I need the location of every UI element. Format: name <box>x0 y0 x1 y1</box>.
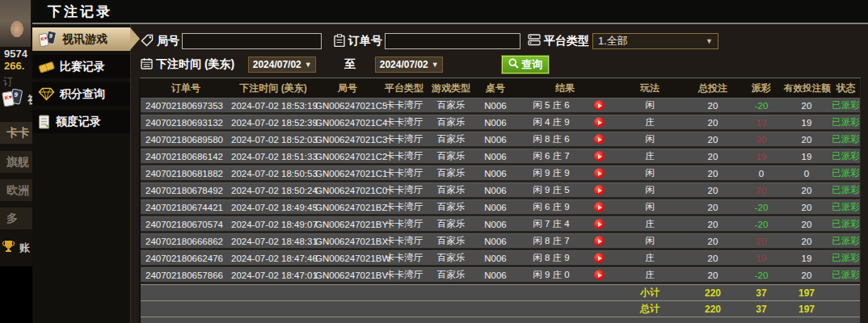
cell-table-no: N006 <box>474 169 517 178</box>
cell-round-no: GN006247021C1 <box>315 169 380 178</box>
cell-play-type: 庄 <box>613 116 687 128</box>
replay-play-icon[interactable] <box>594 270 605 280</box>
cell-total-bet: 20 <box>687 169 739 178</box>
sidebar-item-points-query[interactable]: 积分查询 <box>32 82 130 106</box>
search-button-label: 查询 <box>521 57 542 72</box>
tag-icon <box>141 34 154 49</box>
sidebar-item-credit-records[interactable]: 额度记录 <box>32 110 130 133</box>
col-header-round: 局号 <box>315 82 380 95</box>
cell-result: 闲 8 庄 6 <box>517 133 585 145</box>
round-no-input[interactable] <box>182 33 322 49</box>
replay-play-icon[interactable] <box>594 117 605 128</box>
cell-round-no: GN006247021C0 <box>315 186 380 195</box>
cell-total-bet: 20 <box>687 220 739 229</box>
search-button[interactable]: 查询 <box>502 56 549 73</box>
cell-order-no: 240702180662476 <box>141 254 231 263</box>
cell-payout: 20 <box>739 237 784 246</box>
cell-valid-bet: 20 <box>784 203 829 212</box>
cell-status: 已派彩 <box>829 235 862 247</box>
col-header-valid: 有效投注额 <box>784 82 829 94</box>
col-header-time: 下注时间 (美东) <box>231 82 315 95</box>
cell-table-no: N006 <box>474 135 517 145</box>
total-label: 总计 <box>613 302 687 316</box>
chevron-down-icon: ▼ <box>305 61 312 69</box>
document-icon <box>38 115 51 129</box>
subtotal-row: 小计 220 37 197 <box>141 284 860 300</box>
cell-round-no: GN006247021C3 <box>315 135 380 145</box>
replay-play-icon[interactable] <box>594 202 605 212</box>
col-header-game: 游戏类型 <box>428 82 474 95</box>
platform-type-label-group: 平台类型 <box>528 34 589 48</box>
diamond-icon <box>38 87 55 101</box>
cell-valid-bet: 20 <box>784 220 829 229</box>
sidebar-item-video-games[interactable]: 9 K♥ 视讯游戏 <box>32 27 130 51</box>
cell-valid-bet: 20 <box>784 101 829 111</box>
replay-play-icon[interactable] <box>594 236 605 246</box>
cell-valid-bet: 20 <box>784 237 829 246</box>
cell-status: 已派彩 <box>829 150 862 162</box>
cell-order-no: 240702180678492 <box>141 186 231 195</box>
sidebar-item-label: 比赛记录 <box>60 60 105 74</box>
clipboard-icon <box>334 34 345 49</box>
cell-table-no: N006 <box>474 254 517 263</box>
panel-titlebar: 下注记录 <box>32 0 868 24</box>
cell-total-bet: 20 <box>687 118 739 128</box>
cell-play-type: 庄 <box>613 150 687 162</box>
cell-valid-bet: 19 <box>784 152 829 162</box>
cell-table-no: N006 <box>474 271 517 280</box>
bet-records-panel: 下注记录 9 K♥ 视讯游戏 <box>32 0 868 323</box>
cell-game-type: 百家乐 <box>428 133 474 145</box>
replay-play-icon[interactable] <box>594 134 605 145</box>
cell-result: 闲 9 庄 9 <box>517 167 585 179</box>
cell-bet-time: 2024-07-02 18:48:31 <box>231 237 315 246</box>
cell-valid-bet: 20 <box>784 271 829 280</box>
chevron-down-icon: ▼ <box>432 61 439 69</box>
cell-game-type: 百家乐 <box>428 116 474 128</box>
cell-status: 已派彩 <box>829 201 862 213</box>
cell-bet-time: 2024-07-02 18:53:19 <box>231 101 315 111</box>
cell-status: 已派彩 <box>829 116 862 128</box>
cell-bet-time: 2024-07-02 18:50:24 <box>231 186 315 195</box>
cell-game-type: 百家乐 <box>428 184 474 196</box>
platform-type-select[interactable]: 1.全部 ▼ <box>592 33 718 49</box>
cell-bet-time: 2024-07-02 18:47:01 <box>231 271 315 280</box>
sidebar-item-label: 额度记录 <box>56 115 101 129</box>
replay-play-icon[interactable] <box>594 151 605 162</box>
cell-platform: 卡卡湾厅 <box>380 99 428 111</box>
background-void <box>0 266 32 323</box>
cell-round-no: GN006247021BZ <box>315 203 380 212</box>
cell-game-type: 百家乐 <box>428 167 474 179</box>
order-no-input[interactable] <box>385 33 520 49</box>
cell-platform: 卡卡湾厅 <box>380 201 428 213</box>
background-menu-item: 卡卡 <box>0 122 32 144</box>
cell-total-bet: 20 <box>687 254 739 263</box>
background-partial-label: 账 <box>19 241 30 255</box>
replay-play-icon[interactable] <box>594 185 605 195</box>
table-body: 240702180697353 2024-07-02 18:53:19 GN00… <box>141 98 860 284</box>
total-valid: 197 <box>784 304 829 315</box>
date-from-picker[interactable]: 2024/07/02 ▼ <box>248 57 316 73</box>
round-no-label: 局号 <box>157 34 179 48</box>
replay-play-icon[interactable] <box>594 168 605 178</box>
replay-play-icon[interactable] <box>594 253 605 263</box>
ticket-icon <box>38 60 55 74</box>
cell-status: 已派彩 <box>829 99 862 111</box>
total-row: 总计 220 37 197 <box>141 300 860 317</box>
cell-total-bet: 20 <box>687 186 739 195</box>
date-to-picker[interactable]: 2024/07/02 ▼ <box>375 57 443 73</box>
subtotal-label: 小计 <box>613 286 687 300</box>
cell-payout: 20 <box>739 135 784 145</box>
cell-payout: 19 <box>739 152 784 162</box>
replay-play-icon[interactable] <box>594 219 605 229</box>
platform-type-selected: 1.全部 <box>598 34 628 48</box>
cell-round-no: GN006247021C4 <box>315 118 380 128</box>
sidebar-item-match-records[interactable]: 比赛记录 <box>32 55 130 78</box>
cell-play-type: 闲 <box>613 133 687 145</box>
cell-payout: 19 <box>739 118 784 128</box>
cell-bet-time: 2024-07-02 18:47:46 <box>231 254 315 263</box>
cell-play-type: 闲 <box>613 167 687 179</box>
cell-platform: 卡卡湾厅 <box>380 235 428 247</box>
cell-order-no: 240702180693132 <box>141 118 231 128</box>
cell-status: 已派彩 <box>829 269 862 281</box>
replay-play-icon[interactable] <box>594 100 605 111</box>
